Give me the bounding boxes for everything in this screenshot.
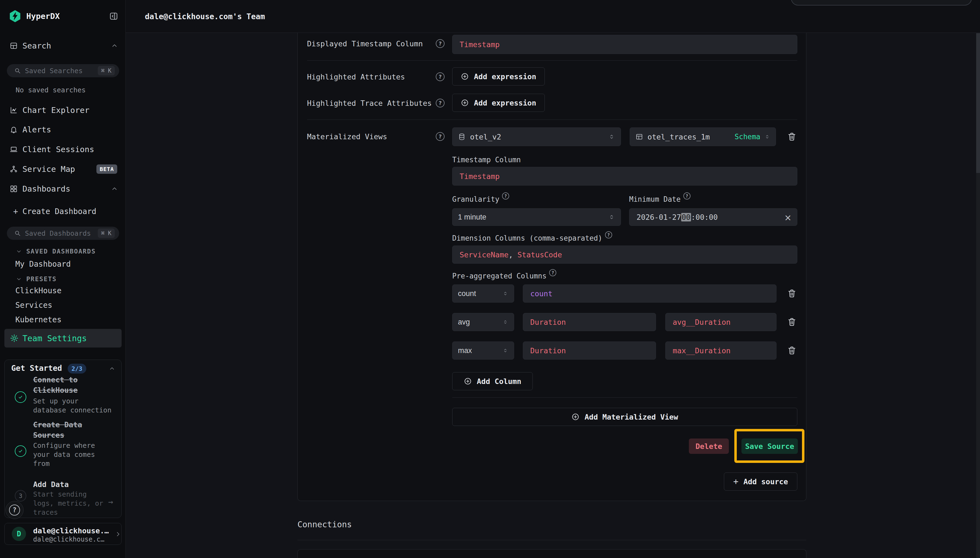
group-saved-dashboards[interactable]: SAVED DASHBOARDS xyxy=(0,245,126,258)
connections-heading: Connections xyxy=(298,520,352,529)
sidebar-item-kubernetes[interactable]: Kubernetes xyxy=(0,313,126,326)
scrollbar-track[interactable] xyxy=(976,33,980,558)
saved-searches-field[interactable] xyxy=(25,67,91,75)
updown-chevron-icon xyxy=(502,319,508,325)
preagg-alias-input[interactable]: avg__Duration xyxy=(665,313,777,331)
user-email: dale@clickhouse.c… xyxy=(33,535,104,543)
mv-table-select[interactable]: otel_traces_1m Schema xyxy=(630,128,776,146)
app-screen: HyperDX Search ⌘ K No saved searches Cha… xyxy=(0,0,980,558)
clear-date-icon[interactable]: × xyxy=(784,212,792,223)
selected-time-segment[interactable]: 00 xyxy=(681,213,691,222)
help-icon[interactable]: ? xyxy=(436,39,445,48)
add-column-button[interactable]: Add Column xyxy=(452,372,533,390)
circle-plus-icon xyxy=(461,72,469,80)
save-source-button[interactable]: Save Source xyxy=(741,438,798,454)
add-materialized-view-button[interactable]: Add Materialized View xyxy=(452,408,797,426)
sidebar-item-my-dashboard[interactable]: My Dashboard xyxy=(0,258,126,270)
help-icon[interactable]: ? xyxy=(683,192,690,200)
saved-dashboards-input[interactable]: ⌘ K xyxy=(7,226,119,240)
chevron-down-icon xyxy=(16,276,22,282)
chevron-right-icon xyxy=(115,531,121,537)
database-icon xyxy=(458,133,466,141)
step-subtitle-add-data: Start sending logs, metrics, or traces xyxy=(33,490,118,517)
preagg-expression-input[interactable]: count xyxy=(523,284,777,303)
circle-plus-icon xyxy=(461,98,469,107)
table-icon xyxy=(635,133,643,141)
delete-source-button[interactable]: Delete xyxy=(689,438,729,454)
question-icon: ? xyxy=(9,505,20,515)
preagg-fn-select[interactable]: avg xyxy=(452,313,514,331)
sidebar-item-dashboards[interactable]: Dashboards xyxy=(0,182,126,196)
sidebar-item-service-map[interactable]: Service Map BETA xyxy=(0,162,126,176)
delete-row-icon[interactable] xyxy=(787,317,797,327)
help-icon[interactable]: ? xyxy=(605,231,612,238)
mv-granularity-select[interactable]: 1 minute xyxy=(452,208,621,226)
beta-badge: BETA xyxy=(97,164,117,174)
updown-chevron-icon xyxy=(608,133,615,140)
scrollbar-thumb[interactable] xyxy=(976,33,980,173)
step-number-badge: 3 xyxy=(15,490,26,502)
preagg-alias-input[interactable]: max__Duration xyxy=(665,341,777,359)
preagg-expression-input[interactable]: Duration xyxy=(523,313,656,331)
step-subtitle-connect: Set up your database connection xyxy=(33,397,118,415)
add-expression-button[interactable]: Add expression xyxy=(452,94,545,112)
help-icon[interactable]: ? xyxy=(549,269,556,276)
updown-chevron-icon xyxy=(502,290,508,297)
mv-minimum-date-input[interactable]: 2026-01-27 00:00:00 × xyxy=(629,208,797,226)
preagg-fn-select[interactable]: count xyxy=(452,284,514,303)
delete-row-icon[interactable] xyxy=(787,346,797,356)
gear-icon xyxy=(10,334,19,343)
mv-database-select[interactable]: otel_v2 xyxy=(452,128,621,146)
no-saved-searches-text: No saved searches xyxy=(16,84,86,96)
displayed-timestamp-label: Displayed Timestamp Column xyxy=(307,38,423,49)
sidebar-item-search[interactable]: Search xyxy=(0,39,126,53)
service-map-icon xyxy=(10,165,18,173)
group-presets[interactable]: PRESETS xyxy=(0,273,126,285)
sidebar-item-client-sessions[interactable]: Client Sessions xyxy=(0,143,126,156)
updown-chevron-icon xyxy=(764,134,770,140)
create-dashboard-button[interactable]: + Create Dashboard xyxy=(0,204,126,218)
preagg-fn-select[interactable]: max xyxy=(452,341,514,359)
step-title-create-sources[interactable]: Create Data Sources xyxy=(33,420,118,440)
displayed-timestamp-input[interactable]: Timestamp xyxy=(452,35,797,54)
add-expression-button[interactable]: Add expression xyxy=(452,67,545,85)
add-source-button[interactable]: + Add source xyxy=(724,473,797,491)
preagg-expression-input[interactable]: Duration xyxy=(523,341,656,359)
help-icon[interactable]: ? xyxy=(436,72,445,81)
mv-timestamp-column-input[interactable]: Timestamp xyxy=(452,167,797,185)
get-started-panel: Get Started 2/3 Connect to ClickHouse Se… xyxy=(4,359,122,518)
user-menu[interactable]: D dale@clickhouse.… dale@clickhouse.c… xyxy=(4,523,122,545)
brand-title: HyperDX xyxy=(26,9,60,23)
help-icon[interactable]: ? xyxy=(436,132,445,141)
step-title-add-data[interactable]: Add Data xyxy=(33,479,118,490)
sidebar-item-clickhouse[interactable]: ClickHouse xyxy=(0,284,126,297)
collapse-sidebar-icon[interactable] xyxy=(109,11,118,21)
updown-chevron-icon xyxy=(608,213,615,221)
delete-row-icon[interactable] xyxy=(787,289,797,299)
topbar: dale@clickhouse.com's Team xyxy=(126,0,980,33)
delete-materialized-view-icon[interactable] xyxy=(787,132,797,142)
help-icon[interactable]: ? xyxy=(502,192,509,200)
search-section-icon xyxy=(10,42,18,50)
highlighted-attributes-label: Highlighted Attributes xyxy=(307,71,405,82)
schema-link[interactable]: Schema xyxy=(735,133,760,141)
avatar: D xyxy=(12,527,26,541)
divider xyxy=(298,540,807,540)
chevron-up-icon xyxy=(111,42,118,49)
sidebar-item-services[interactable]: Services xyxy=(0,299,126,311)
help-icon[interactable]: ? xyxy=(436,98,445,107)
saved-dashboards-field[interactable] xyxy=(25,230,91,237)
help-button[interactable]: ? xyxy=(5,501,24,519)
mv-dimension-columns-input[interactable]: ServiceName, StatusCode xyxy=(452,246,797,264)
sidebar-item-team-settings[interactable]: Team Settings xyxy=(4,329,122,348)
chart-explorer-icon xyxy=(10,106,18,114)
mv-dimension-columns-label: Dimension Columns (comma-separated) ? xyxy=(452,234,612,244)
sidebar-item-chart-explorer[interactable]: Chart Explorer xyxy=(0,103,126,117)
chevron-up-icon[interactable] xyxy=(109,365,115,372)
divider xyxy=(452,397,797,398)
saved-searches-input[interactable]: ⌘ K xyxy=(7,64,119,77)
plus-icon: + xyxy=(733,476,738,487)
mv-preaggregated-label: Pre-aggregated Columns ? xyxy=(452,272,556,282)
sidebar-item-alerts[interactable]: Alerts xyxy=(0,123,126,136)
step-title-connect[interactable]: Connect to ClickHouse xyxy=(33,375,118,396)
